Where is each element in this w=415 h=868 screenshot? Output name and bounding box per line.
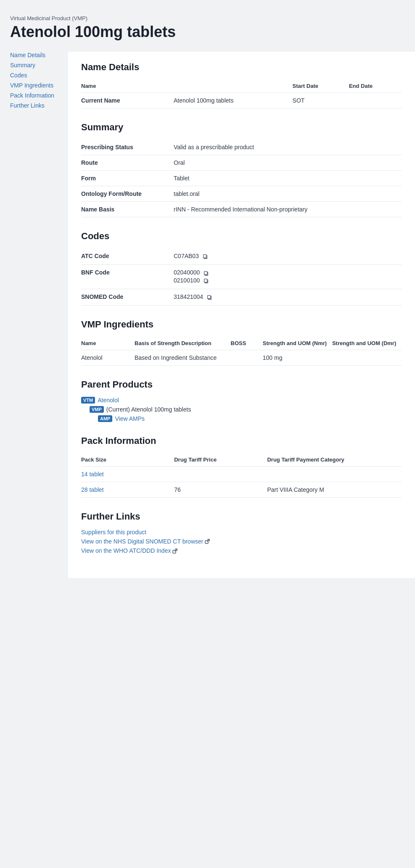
vmp-row-name: Atenolol <box>81 350 135 366</box>
table-row: ATC Code C07AB03 <box>81 248 402 265</box>
section-codes: Codes ATC Code C07AB03 BNF Code 02040000… <box>81 231 402 306</box>
parent-products-list: VTMAtenololVMP(Current) Atenolol 100mg t… <box>81 397 402 422</box>
copy-icon[interactable] <box>203 270 209 276</box>
summary-row-value: tablet.oral <box>174 186 402 202</box>
pack-col-price: Drug Tariff Price <box>174 453 267 467</box>
vmp-ingredients-title: VMP Ingredients <box>81 319 402 330</box>
svg-rect-5 <box>204 279 207 282</box>
list-item: VMP(Current) Atenolol 100mg tablets <box>81 406 402 413</box>
section-name-details: Name Details Name Start Date End Date Cu… <box>81 62 402 108</box>
pack-information-title: Pack Information <box>81 435 402 446</box>
vmp-col-dmr: Strength and UOM (Dmr) <box>332 337 402 350</box>
codes-row-values: C07AB03 <box>174 248 402 265</box>
summary-table: Prescribing Status Valid as a prescribab… <box>81 140 402 217</box>
tariff-category-cell: Part VIIIA Category M <box>267 482 402 498</box>
summary-row-value: Tablet <box>174 171 402 186</box>
svg-rect-1 <box>203 255 206 258</box>
copy-icon[interactable] <box>203 278 209 284</box>
parent-product-text: (Current) Atenolol 100mg tablets <box>106 406 191 413</box>
vmp-row-strength-dmr <box>332 350 402 366</box>
name-details-table: Name Start Date End Date Current Name At… <box>81 79 402 108</box>
vmp-ingredients-table: Name Basis of Strength Description BOSS … <box>81 337 402 366</box>
section-further-links: Further Links Suppliers for this product… <box>81 511 402 554</box>
summary-row-label: Ontology Form/Route <box>81 186 174 202</box>
table-row: Ontology Form/Route tablet.oral <box>81 186 402 202</box>
name-details-row-end <box>349 93 402 108</box>
table-row: BNF Code 02040000 02100100 <box>81 265 402 289</box>
summary-row-label: Prescribing Status <box>81 140 174 155</box>
sidebar-link-codes[interactable]: Codes <box>10 72 61 79</box>
sidebar-link-vmp-ingredients[interactable]: VMP Ingredients <box>10 82 61 89</box>
vmp-row-boss <box>231 350 263 366</box>
parent-product-link[interactable]: Atenolol <box>98 397 119 404</box>
copy-icon[interactable] <box>202 253 208 259</box>
section-pack-information: Pack Information Pack Size Drug Tariff P… <box>81 435 402 498</box>
codes-table: ATC Code C07AB03 BNF Code 02040000 02100… <box>81 248 402 306</box>
sidebar: Name DetailsSummaryCodesVMP IngredientsP… <box>0 52 67 578</box>
badge-vtm: VTM <box>81 397 95 404</box>
vmp-col-nmr: Strength and UOM (Nmr) <box>263 337 332 350</box>
svg-rect-7 <box>208 295 211 299</box>
codes-title: Codes <box>81 231 402 242</box>
codes-row-label: SNOMED Code <box>81 289 174 305</box>
section-parent-products: Parent Products VTMAtenololVMP(Current) … <box>81 379 402 422</box>
codes-row-values: 02040000 02100100 <box>174 265 402 289</box>
product-type-label: Virtual Medicinal Product (VMP) <box>10 15 405 21</box>
code-value: C07AB03 <box>174 253 396 259</box>
codes-row-label: ATC Code <box>81 248 174 265</box>
copy-icon[interactable] <box>206 294 212 300</box>
pack-col-size: Pack Size <box>81 453 174 467</box>
summary-row-value: Valid as a prescribable product <box>174 140 402 155</box>
codes-row-label: BNF Code <box>81 265 174 289</box>
summary-row-value: rINN - Recommended International Non-pro… <box>174 202 402 217</box>
further-link[interactable]: View on the WHO ATC/DDD Index <box>81 547 402 554</box>
tariff-price-cell: 76 <box>174 482 267 498</box>
product-title: Atenolol 100mg tablets <box>10 23 405 41</box>
pack-size-link[interactable]: 14 tablet <box>81 471 104 478</box>
badge-vmp: VMP <box>90 406 104 413</box>
table-row: Prescribing Status Valid as a prescribab… <box>81 140 402 155</box>
svg-rect-3 <box>204 271 207 274</box>
external-link-icon <box>172 549 177 554</box>
vmp-row-strength-nmr: 100 mg <box>263 350 332 366</box>
sidebar-link-pack-information[interactable]: Pack Information <box>10 92 61 99</box>
further-link[interactable]: Suppliers for this product <box>81 529 402 536</box>
pack-col-category: Drug Tariff Payment Category <box>267 453 402 467</box>
summary-row-label: Form <box>81 171 174 186</box>
pack-size-link[interactable]: 28 tablet <box>81 486 104 493</box>
table-row: SNOMED Code 318421004 <box>81 289 402 305</box>
table-row: 14 tablet <box>81 467 402 482</box>
pack-size-cell[interactable]: 28 tablet <box>81 482 174 498</box>
main-content: Name Details Name Start Date End Date Cu… <box>67 52 415 578</box>
further-links-list: Suppliers for this productView on the NH… <box>81 529 402 554</box>
list-item: VTMAtenolol <box>81 397 402 404</box>
sidebar-link-name-details[interactable]: Name Details <box>10 52 61 58</box>
parent-product-link[interactable]: View AMPs <box>115 415 145 422</box>
section-summary: Summary Prescribing Status Valid as a pr… <box>81 122 402 217</box>
name-details-row-name: Current Name <box>81 93 174 108</box>
summary-row-label: Name Basis <box>81 202 174 217</box>
summary-row-value: Oral <box>174 155 402 171</box>
sidebar-link-summary[interactable]: Summary <box>10 62 61 69</box>
name-details-col-value <box>174 79 293 93</box>
name-details-col-name: Name <box>81 79 174 93</box>
name-details-row-start: SOT <box>293 93 349 108</box>
vmp-col-boss: BOSS <box>231 337 263 350</box>
summary-row-label: Route <box>81 155 174 171</box>
codes-row-values: 318421004 <box>174 289 402 305</box>
name-details-col-end: End Date <box>349 79 402 93</box>
list-item: AMPView AMPs <box>81 415 402 422</box>
table-row: Route Oral <box>81 155 402 171</box>
code-value: 02100100 <box>174 277 396 284</box>
badge-amp: AMP <box>98 415 112 422</box>
name-details-row-value: Atenolol 100mg tablets <box>174 93 293 108</box>
code-value: 318421004 <box>174 293 396 300</box>
further-link[interactable]: View on the NHS Digital SNOMED CT browse… <box>81 538 402 545</box>
table-row: Name Basis rINN - Recommended Internatio… <box>81 202 402 217</box>
vmp-row-basis: Based on Ingredient Substance <box>135 350 231 366</box>
pack-size-cell[interactable]: 14 tablet <box>81 467 174 482</box>
tariff-category-cell <box>267 467 402 482</box>
pack-information-table: Pack Size Drug Tariff Price Drug Tariff … <box>81 453 402 498</box>
sidebar-link-further-links[interactable]: Further Links <box>10 102 61 109</box>
vmp-col-basis: Basis of Strength Description <box>135 337 231 350</box>
